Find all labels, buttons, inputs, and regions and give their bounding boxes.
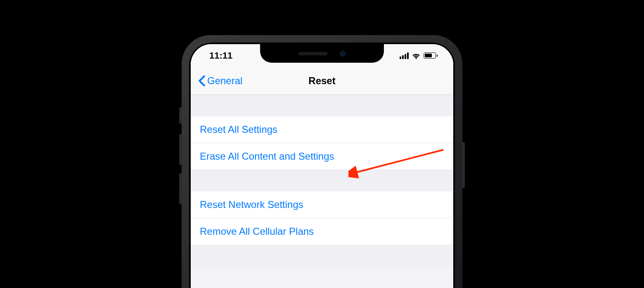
back-button[interactable]: General xyxy=(198,75,242,87)
section-gap xyxy=(191,95,453,116)
cellular-signal-icon xyxy=(400,52,409,59)
phone-frame: 11:11 xyxy=(182,35,462,288)
power-button xyxy=(462,142,465,188)
front-camera xyxy=(340,51,346,57)
remove-cellular-plans-item[interactable]: Remove All Cellular Plans xyxy=(191,218,453,245)
section-gap xyxy=(191,245,453,267)
nav-title: Reset xyxy=(308,75,335,87)
reset-network-settings-item[interactable]: Reset Network Settings xyxy=(191,191,453,218)
chevron-left-icon xyxy=(198,75,206,87)
status-time: 11:11 xyxy=(203,50,232,61)
reset-options-content: Reset All Settings Erase All Content and… xyxy=(191,95,453,267)
notch xyxy=(260,44,384,63)
reset-all-settings-item[interactable]: Reset All Settings xyxy=(191,116,453,143)
erase-all-content-item[interactable]: Erase All Content and Settings xyxy=(191,143,453,170)
phone-screen: 11:11 xyxy=(191,44,453,288)
nav-bar: General Reset xyxy=(191,67,453,95)
battery-icon xyxy=(424,52,438,59)
wifi-icon xyxy=(412,52,421,59)
speaker xyxy=(298,52,327,55)
section-gap xyxy=(191,170,453,191)
back-label: General xyxy=(207,75,242,87)
status-icons xyxy=(400,52,441,59)
